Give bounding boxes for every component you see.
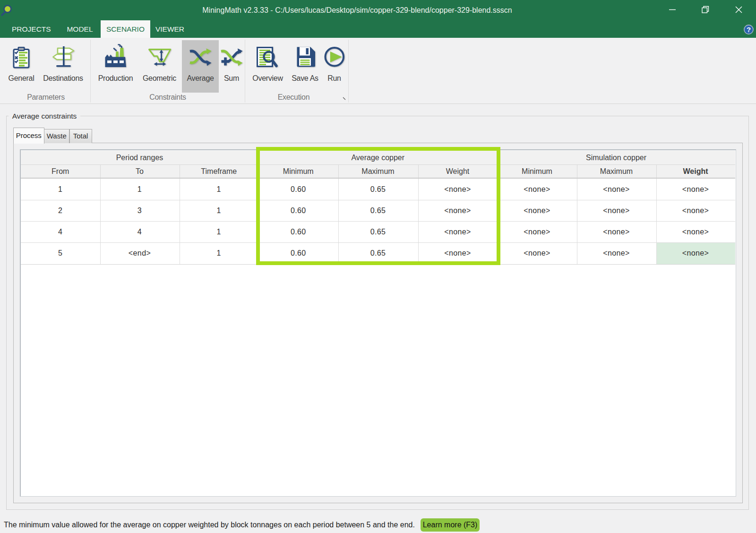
svg-text:?: ? [747,26,751,34]
